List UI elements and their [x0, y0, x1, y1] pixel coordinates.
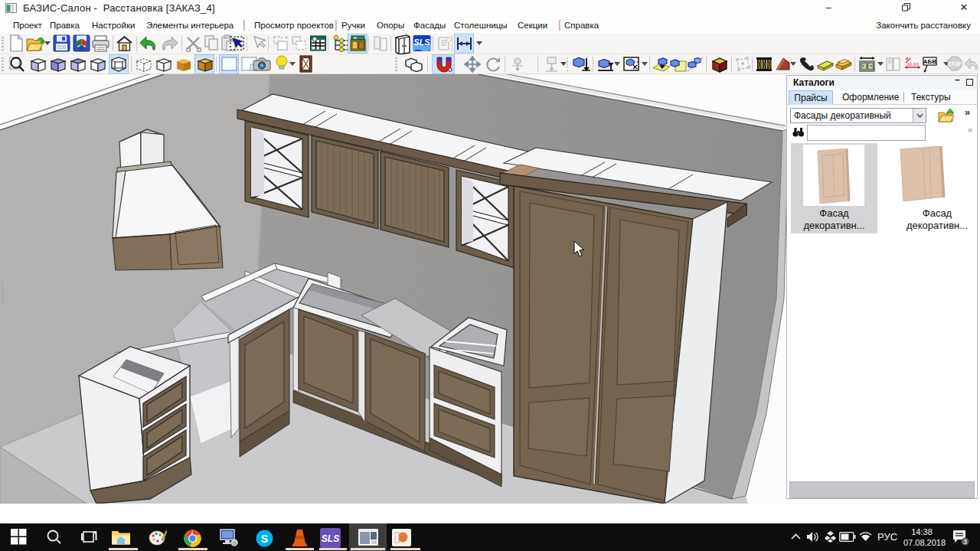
svg-text:10:10: 10:10 — [906, 62, 919, 67]
svg-text:STOP: STOP — [948, 61, 962, 67]
svg-text:3: 3 — [963, 538, 967, 546]
svg-text:S: S — [261, 533, 268, 545]
svg-text:АБВ: АБВ — [923, 58, 937, 65]
svg-text:SLS: SLS — [322, 533, 339, 544]
svg-text:⚙: ⚙ — [232, 540, 237, 546]
svg-text:SLS: SLS — [413, 37, 430, 47]
